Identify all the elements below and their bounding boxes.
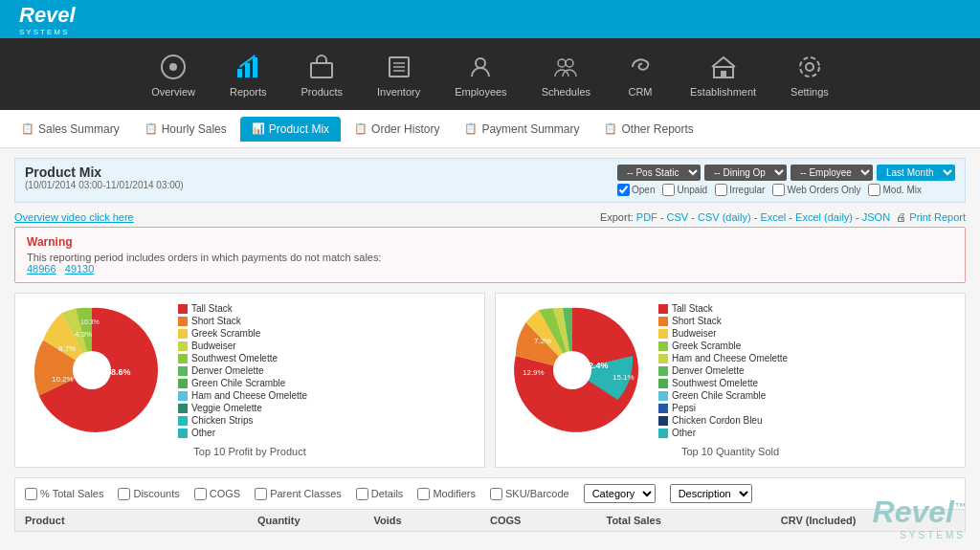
nav-settings[interactable]: Settings: [773, 44, 846, 105]
nav-employees-label: Employees: [455, 86, 506, 98]
export-excel[interactable]: Excel: [760, 211, 786, 223]
chart-quantity: 42.4% 12.9% 7.2% 15.1% Tall StackShort S…: [495, 293, 966, 468]
legend-color: [178, 429, 188, 438]
legend-item: Short Stack: [658, 316, 788, 326]
svg-text:15.1%: 15.1%: [612, 373, 635, 382]
svg-text:10.2%: 10.2%: [52, 375, 74, 384]
legend-item: Pepsi: [658, 403, 788, 413]
irregular-checkbox[interactable]: Irregular: [715, 184, 765, 196]
nav-settings-label: Settings: [791, 86, 829, 98]
nav-reports[interactable]: Reports: [212, 44, 284, 105]
warning-link-2[interactable]: 49130: [65, 263, 95, 275]
parent-classes-option[interactable]: Parent Classes: [255, 488, 342, 500]
export-row: Overview video click here Export: PDF - …: [14, 208, 966, 227]
checkboxes-row: Open Unpaid Irregular Web Orders Only Mo…: [617, 184, 955, 196]
overview-link[interactable]: Overview video click here: [14, 211, 134, 223]
nav-bar: Overview Reports Products Inventory Empl…: [0, 38, 980, 110]
tabs-row: 📋 Sales Summary 📋 Hourly Sales 📊 Product…: [0, 110, 980, 148]
svg-point-15: [806, 63, 813, 71]
chart-profit-legend: Tall StackShort StackGreek ScrambleBudwe…: [178, 303, 307, 440]
date-range-filter[interactable]: Last Month: [877, 165, 955, 181]
unpaid-checkbox[interactable]: Unpaid: [662, 184, 707, 196]
col-cogs: COGS: [490, 515, 607, 526]
col-quantity: Quantity: [257, 515, 374, 526]
export-json[interactable]: JSON: [862, 211, 890, 223]
legend-item: Tall Stack: [178, 303, 307, 314]
nav-crm-label: CRM: [628, 86, 652, 98]
legend-item: Chicken Cordon Bleu: [658, 415, 788, 426]
description-select[interactable]: Description: [670, 484, 752, 503]
nav-schedules[interactable]: Schedules: [524, 44, 608, 105]
legend-color: [658, 317, 668, 326]
legend-color: [178, 366, 188, 376]
tab-hourly-sales-label: Hourly Sales: [162, 122, 227, 136]
export-csv-daily[interactable]: CSV (daily): [698, 211, 751, 223]
col-voids: Voids: [374, 515, 491, 526]
settings-icon: [794, 52, 825, 82]
legend-item: Green Chile Scramble: [178, 378, 307, 388]
category-select[interactable]: Category: [584, 484, 656, 503]
nav-crm[interactable]: CRM: [608, 44, 673, 105]
export-csv[interactable]: CSV: [667, 211, 689, 223]
product-mix-title: Product Mix: [25, 165, 184, 180]
svg-point-23: [553, 351, 591, 389]
legend-color: [178, 404, 188, 413]
tab-product-mix[interactable]: 📊 Product Mix: [240, 117, 341, 142]
pos-static-filter[interactable]: -- Pos Static: [617, 165, 701, 181]
charts-row: 48.6% 10.2% 8.7% 4.3% 10.3% Tall StackSh…: [14, 293, 966, 468]
legend-color: [658, 329, 668, 339]
legend-color: [658, 354, 668, 363]
dining-op-filter[interactable]: -- Dining Op: [704, 165, 787, 181]
legend-color: [178, 317, 188, 326]
discounts-option[interactable]: Discounts: [118, 488, 179, 500]
inventory-icon: [384, 52, 414, 82]
legend-item: Southwest Omelette: [658, 378, 788, 388]
table-header: Product Quantity Voids COGS Total Sales …: [14, 510, 966, 532]
web-orders-checkbox[interactable]: Web Orders Only: [772, 184, 860, 196]
modifiers-option[interactable]: Modifiers: [417, 488, 476, 500]
nav-inventory-label: Inventory: [377, 86, 420, 98]
svg-text:10.3%: 10.3%: [80, 319, 100, 325]
tab-payment-summary[interactable]: 📋 Payment Summary: [453, 117, 590, 142]
nav-overview[interactable]: Overview: [134, 44, 212, 105]
tab-sales-summary[interactable]: 📋 Sales Summary: [10, 117, 131, 142]
legend-color: [658, 391, 668, 401]
nav-products[interactable]: Products: [284, 44, 360, 105]
reports-icon: [233, 52, 263, 82]
details-option[interactable]: Details: [356, 488, 404, 500]
svg-rect-4: [253, 57, 257, 77]
open-checkbox[interactable]: Open: [617, 184, 655, 196]
filter-row: -- Pos Static -- Dining Op -- Employee L…: [617, 165, 955, 181]
svg-point-17: [73, 351, 111, 389]
tab-other-reports-label: Other Reports: [621, 122, 693, 136]
legend-item: Ham and Cheese Omelette: [658, 353, 788, 363]
export-pdf[interactable]: PDF: [636, 211, 657, 223]
employee-filter[interactable]: -- Employee: [791, 165, 873, 181]
tab-payment-summary-label: Payment Summary: [481, 122, 579, 136]
sku-barcode-option[interactable]: SKU/Barcode: [490, 488, 569, 500]
tab-order-history[interactable]: 📋 Order History: [343, 117, 451, 142]
tab-other-reports[interactable]: 📋 Other Reports: [592, 117, 704, 142]
legend-item: Ham and Cheese Omelette: [178, 390, 307, 401]
nav-products-label: Products: [301, 86, 343, 98]
product-mix-date: (10/01/2014 03:00-11/01/2014 03:00): [25, 180, 184, 190]
cogs-option[interactable]: COGS: [194, 488, 240, 500]
mod-mix-checkbox[interactable]: Mod. Mix: [868, 184, 922, 196]
nav-establishment[interactable]: Establishment: [673, 44, 773, 105]
legend-item: Budweiser: [658, 328, 788, 339]
employees-icon: [465, 52, 496, 82]
print-report[interactable]: Print Report: [909, 211, 966, 223]
product-mix-icon: 📊: [252, 122, 265, 135]
svg-text:4.3%: 4.3%: [75, 330, 92, 339]
col-total-sales: Total Sales: [607, 515, 781, 526]
pct-total-sales-option[interactable]: % Total Sales: [25, 488, 103, 500]
payment-summary-icon: 📋: [464, 122, 478, 135]
export-excel-daily[interactable]: Excel (daily): [795, 211, 853, 223]
nav-inventory[interactable]: Inventory: [360, 44, 437, 105]
legend-color: [178, 354, 188, 363]
warning-link-1[interactable]: 48966: [27, 263, 56, 275]
nav-employees[interactable]: Employees: [437, 44, 523, 105]
legend-color: [178, 391, 188, 401]
tab-hourly-sales[interactable]: 📋 Hourly Sales: [133, 117, 238, 142]
schedules-icon: [550, 52, 581, 82]
